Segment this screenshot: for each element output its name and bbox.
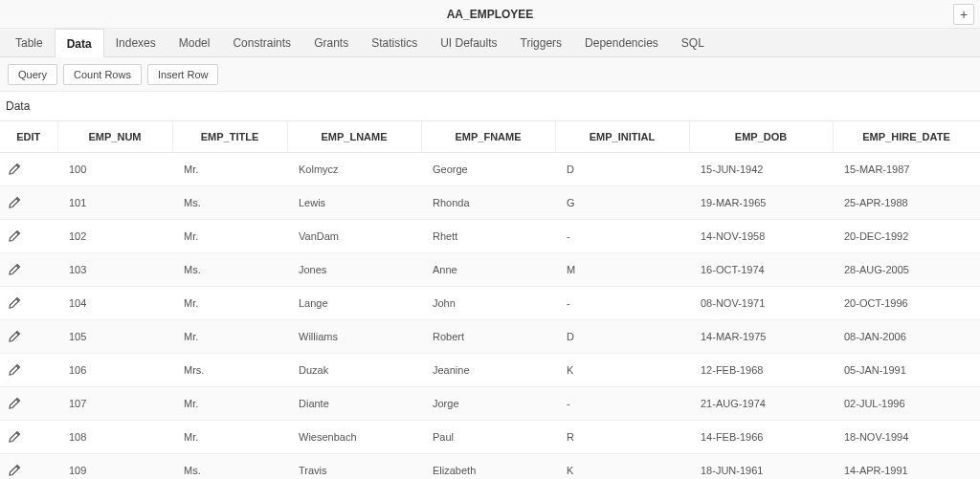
tab-label: Indexes — [116, 36, 156, 50]
pencil-icon[interactable] — [8, 294, 23, 310]
edit-cell — [0, 153, 57, 186]
col-edit[interactable]: EDIT — [0, 121, 57, 153]
pencil-icon[interactable] — [8, 161, 23, 176]
cell-initial: D — [555, 153, 689, 186]
cell-num: 106 — [57, 354, 172, 387]
tab-label: Triggers — [521, 36, 563, 50]
cell-hire: 20-DEC-1992 — [833, 220, 980, 253]
cell-hire: 05-JAN-1991 — [833, 354, 980, 387]
col-emp-num[interactable]: EMP_NUM — [57, 121, 172, 153]
edit-cell — [0, 421, 57, 454]
tab-triggers[interactable]: Triggers — [509, 29, 574, 56]
edit-cell — [0, 220, 57, 253]
tab-constraints[interactable]: Constraints — [221, 29, 302, 56]
table-row: 101Ms.LewisRhondaG19-MAR-196525-APR-1988 — [0, 186, 980, 220]
cell-lname: VanDam — [287, 220, 421, 253]
cell-lname: Jones — [287, 253, 421, 287]
cell-lname: Travis — [287, 454, 421, 480]
table-row: 108Mr.WiesenbachPaulR14-FEB-196618-NOV-1… — [0, 421, 980, 454]
tab-sql[interactable]: SQL — [670, 29, 716, 56]
add-button[interactable]: + — [953, 4, 974, 25]
tab-dependencies[interactable]: Dependencies — [573, 29, 670, 56]
edit-cell — [0, 287, 57, 320]
cell-hire: 28-AUG-2005 — [833, 253, 980, 287]
header-row: EDIT EMP_NUM EMP_TITLE EMP_LNAME EMP_FNA… — [0, 121, 980, 153]
toolbar: Query Count Rows Insert Row — [0, 57, 980, 92]
cell-initial: M — [555, 253, 689, 287]
cell-num: 102 — [57, 220, 172, 253]
edit-cell — [0, 354, 57, 387]
cell-fname: Robert — [421, 320, 555, 354]
cell-title: Mr. — [172, 287, 287, 320]
cell-hire: 18-NOV-1994 — [833, 421, 980, 454]
cell-fname: John — [421, 287, 555, 320]
cell-dob: 21-AUG-1974 — [689, 387, 833, 421]
tab-table[interactable]: Table — [4, 29, 55, 56]
cell-lname: Duzak — [287, 354, 421, 387]
cell-initial: - — [555, 287, 689, 320]
tab-label: Constraints — [233, 36, 291, 50]
col-emp-dob[interactable]: EMP_DOB — [689, 121, 833, 153]
cell-title: Mr. — [172, 153, 287, 186]
cell-initial: D — [555, 320, 689, 354]
tab-label: Model — [179, 36, 211, 50]
title-bar: AA_EMPLOYEE + — [0, 0, 980, 29]
query-button[interactable]: Query — [8, 64, 57, 85]
table-row: 105Mr.WilliamsRobertD14-MAR-197508-JAN-2… — [0, 320, 980, 354]
tab-data[interactable]: Data — [55, 29, 104, 57]
cell-initial: - — [555, 387, 689, 421]
cell-dob: 14-MAR-1975 — [689, 320, 833, 354]
cell-num: 101 — [57, 186, 172, 220]
cell-title: Mr. — [172, 421, 287, 454]
cell-lname: Wiesenbach — [287, 421, 421, 454]
col-emp-hire-date[interactable]: EMP_HIRE_DATE — [833, 121, 980, 153]
count-rows-button[interactable]: Count Rows — [63, 64, 142, 85]
cell-initial: R — [555, 421, 689, 454]
edit-cell — [0, 454, 57, 480]
edit-cell — [0, 186, 57, 220]
cell-initial: K — [555, 454, 689, 480]
pencil-icon[interactable] — [8, 428, 23, 444]
tab-label: Grants — [314, 36, 348, 50]
cell-hire: 02-JUL-1996 — [833, 387, 980, 421]
cell-dob: 08-NOV-1971 — [689, 287, 833, 320]
table-row: 100Mr.KolmyczGeorgeD15-JUN-194215-MAR-19… — [0, 153, 980, 186]
tab-model[interactable]: Model — [167, 29, 222, 56]
col-emp-fname[interactable]: EMP_FNAME — [421, 121, 555, 153]
tab-label: Dependencies — [585, 36, 658, 50]
cell-dob: 16-OCT-1974 — [689, 253, 833, 287]
tab-statistics[interactable]: Statistics — [360, 29, 429, 56]
plus-icon: + — [960, 7, 968, 22]
edit-cell — [0, 320, 57, 354]
pencil-icon[interactable] — [8, 462, 23, 477]
tab-indexes[interactable]: Indexes — [104, 29, 167, 56]
pencil-icon[interactable] — [8, 395, 23, 410]
cell-title: Mr. — [172, 220, 287, 253]
pencil-icon[interactable] — [8, 261, 23, 276]
tab-label: SQL — [681, 36, 704, 50]
cell-hire: 25-APR-1988 — [833, 186, 980, 220]
cell-num: 104 — [57, 287, 172, 320]
cell-fname: Anne — [421, 253, 555, 287]
col-emp-title[interactable]: EMP_TITLE — [172, 121, 287, 153]
table-row: 107Mr.DianteJorge-21-AUG-197402-JUL-1996 — [0, 387, 980, 421]
col-emp-lname[interactable]: EMP_LNAME — [287, 121, 421, 153]
cell-fname: Jorge — [421, 387, 555, 421]
cell-initial: - — [555, 220, 689, 253]
cell-fname: Paul — [421, 421, 555, 454]
table-row: 106Mrs.DuzakJeanineK12-FEB-196805-JAN-19… — [0, 354, 980, 387]
pencil-icon[interactable] — [8, 361, 23, 377]
pencil-icon[interactable] — [8, 328, 23, 343]
table-row: 109Ms.TravisElizabethK18-JUN-196114-APR-… — [0, 454, 980, 480]
col-emp-initial[interactable]: EMP_INITIAL — [555, 121, 689, 153]
cell-title: Mr. — [172, 320, 287, 354]
cell-dob: 19-MAR-1965 — [689, 186, 833, 220]
insert-row-button[interactable]: Insert Row — [147, 64, 219, 85]
edit-cell — [0, 253, 57, 287]
tab-grants[interactable]: Grants — [302, 29, 360, 56]
tab-ui-defaults[interactable]: UI Defaults — [429, 29, 508, 56]
cell-title: Ms. — [172, 186, 287, 220]
pencil-icon[interactable] — [8, 194, 23, 209]
pencil-icon[interactable] — [8, 228, 23, 243]
cell-title: Mrs. — [172, 354, 287, 387]
